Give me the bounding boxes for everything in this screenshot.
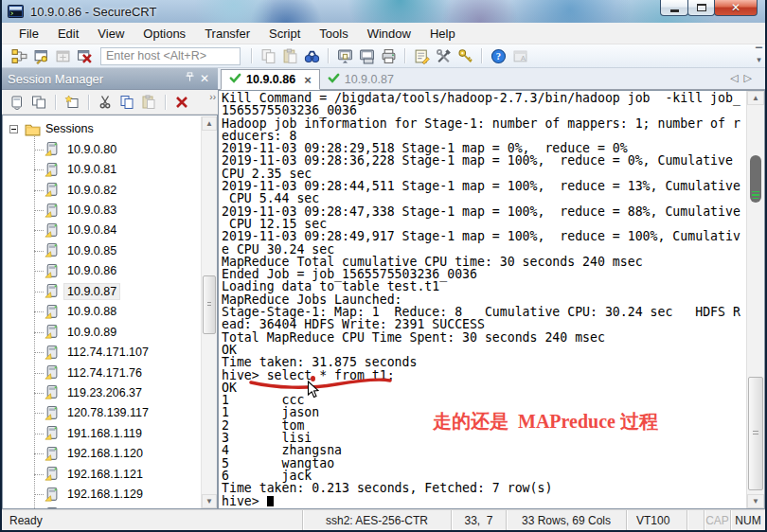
session-item[interactable]: 191.168.1.119	[3, 423, 200, 443]
session-item[interactable]: 192.168.1.129	[3, 484, 200, 504]
menu-item-transfer[interactable]: Transfer	[195, 24, 259, 44]
scroll-thumb[interactable]	[203, 275, 216, 334]
terminal-line: CPU 2.35 sec	[222, 168, 745, 180]
session-icon	[45, 365, 59, 380]
session-label: 119.23.206.37	[64, 385, 145, 400]
paste-icon-disabled[interactable]	[280, 46, 299, 65]
terminal-line: CPU 12.15 sec	[222, 218, 745, 230]
disconnect-icon[interactable]	[75, 46, 94, 65]
toolbar-separator	[404, 48, 405, 63]
minimize-button[interactable]	[660, 0, 688, 16]
print-icon[interactable]	[379, 46, 398, 65]
help-icon[interactable]: ?	[489, 46, 508, 65]
session-label: 10.9.0.87	[64, 284, 119, 299]
session-item[interactable]: 192.168.1.130	[3, 505, 200, 508]
terminal-line: Ended Job = job_1565575503236_0036	[222, 268, 745, 280]
scroll-down-icon[interactable]: ▼	[202, 494, 217, 508]
session-icon	[45, 325, 59, 339]
sm-connect-in-tab-icon[interactable]	[29, 93, 48, 112]
session-item[interactable]: 10.9.0.88	[3, 302, 200, 322]
print-preview-icon[interactable]	[335, 46, 354, 65]
reconnect-icon-disabled[interactable]	[53, 46, 72, 65]
session-tree[interactable]: Sessions 10.9.0.8010.9.0.8110.9.0.8210.9…	[2, 115, 218, 509]
session-item[interactable]: 192.168.1.120	[3, 444, 200, 464]
collapse-icon[interactable]	[9, 125, 18, 133]
session-icon	[45, 406, 59, 420]
status-cursor-position: 33, 7	[451, 510, 506, 530]
sm-cut-icon[interactable]	[96, 93, 115, 112]
sm-copy-icon[interactable]	[117, 93, 136, 112]
session-item[interactable]: 119.23.206.37	[3, 382, 200, 402]
global-options-icon[interactable]	[434, 46, 453, 65]
menu-item-edit[interactable]: Edit	[48, 24, 88, 44]
scroll-up-icon[interactable]: ▲	[202, 116, 217, 131]
pin-icon[interactable]	[182, 72, 197, 85]
terminal-line: Hadoop job information for Stage-1: numb…	[222, 117, 745, 130]
session-item[interactable]: 10.9.0.83	[3, 200, 200, 220]
menu-item-view[interactable]: View	[88, 24, 134, 44]
session-icon	[45, 264, 59, 278]
copy-icon-disabled[interactable]	[259, 46, 277, 65]
session-label: 192.168.1.129	[64, 487, 146, 502]
session-manager-panel: Session Manager ✕ ›› Sessions	[2, 68, 218, 509]
terminal[interactable]: Kill Command = /bigdata/tools/hadoop-2.7…	[218, 90, 765, 509]
session-item[interactable]: 10.9.0.80	[3, 139, 200, 159]
sm-connect-icon[interactable]	[8, 93, 27, 112]
print-eject-icon[interactable]	[357, 46, 376, 65]
session-item[interactable]: 192.168.1.121	[3, 464, 200, 484]
session-item[interactable]: 10.9.0.84	[3, 221, 200, 240]
menu-item-script[interactable]: Script	[259, 24, 310, 44]
session-item[interactable]: 10.9.0.85	[3, 240, 200, 260]
session-item[interactable]: 10.9.0.87	[3, 281, 200, 301]
tab-close-icon[interactable]: ×	[304, 74, 312, 86]
toolbar-separator	[481, 48, 482, 63]
menu-item-tools[interactable]: Tools	[310, 24, 357, 44]
sm-toolbar-overflow-icon[interactable]: ››	[209, 92, 216, 102]
session-item[interactable]: 10.9.0.82	[3, 180, 200, 200]
status-ready: Ready	[2, 510, 302, 530]
sessions-root[interactable]: Sessions	[3, 118, 200, 139]
scroll-thumb[interactable]	[748, 377, 763, 490]
sm-paste-icon-disabled[interactable]	[139, 93, 158, 112]
terminal-line: Total MapReduce CPU Time Spent: 30 secon…	[222, 331, 745, 344]
menu-item-options[interactable]: Options	[134, 24, 195, 44]
keymap-editor-icon[interactable]	[455, 46, 474, 65]
session-item[interactable]: 112.74.171.107	[3, 342, 200, 362]
session-label: 120.78.139.117	[64, 405, 152, 420]
tab-10.9.0.87[interactable]: 10.9.0.87	[320, 69, 401, 90]
session-item[interactable]: 112.74.171.76	[3, 363, 200, 382]
tab-10.9.0.86[interactable]: 10.9.0.86×	[221, 69, 320, 90]
maximize-icon	[697, 4, 706, 11]
connect-icon[interactable]	[31, 46, 50, 65]
panel-close-icon[interactable]: ✕	[197, 72, 212, 85]
session-item[interactable]: 10.9.0.86	[3, 261, 200, 281]
session-icon	[45, 467, 59, 481]
sm-new-session-icon[interactable]	[62, 93, 81, 112]
session-item[interactable]: 10.9.0.81	[3, 159, 200, 179]
host-input[interactable]	[100, 47, 241, 65]
session-item[interactable]: 10.9.0.89	[3, 322, 200, 342]
session-tree-scrollbar[interactable]: ▲ ▼	[201, 116, 217, 508]
menu-item-window[interactable]: Window	[358, 24, 420, 44]
toolbar-separator	[55, 95, 56, 110]
scroll-down-icon[interactable]: ▼	[747, 494, 764, 508]
menu-item-help[interactable]: Help	[420, 24, 465, 44]
session-label: 192.168.1.121	[64, 467, 146, 482]
terminal-scrollbar[interactable]: ▲ ▼	[746, 91, 764, 508]
auto-session-icon-disabled[interactable]: A	[510, 46, 529, 65]
tab-scroll-arrows[interactable]: ◁▷	[730, 72, 758, 84]
maximize-button[interactable]	[687, 0, 715, 16]
status-rows-cols: 33 Rows, 69 Cols	[506, 510, 626, 530]
session-item[interactable]: 120.78.139.117	[3, 403, 200, 423]
menu-item-file[interactable]: File	[9, 24, 48, 44]
session-properties-icon[interactable]	[412, 46, 431, 65]
svg-text:A: A	[520, 54, 525, 62]
scroll-up-icon[interactable]: ▲	[747, 91, 764, 105]
session-label: 10.9.0.86	[64, 263, 119, 278]
close-button[interactable]: ✕	[714, 0, 758, 16]
toolbar-overflow-icon[interactable]: ▔▾	[756, 48, 762, 63]
session-manager-toggle-icon[interactable]	[9, 46, 28, 65]
scroll-marker[interactable]	[750, 155, 761, 203]
find-icon[interactable]	[302, 46, 321, 65]
sm-delete-icon[interactable]	[172, 93, 191, 112]
